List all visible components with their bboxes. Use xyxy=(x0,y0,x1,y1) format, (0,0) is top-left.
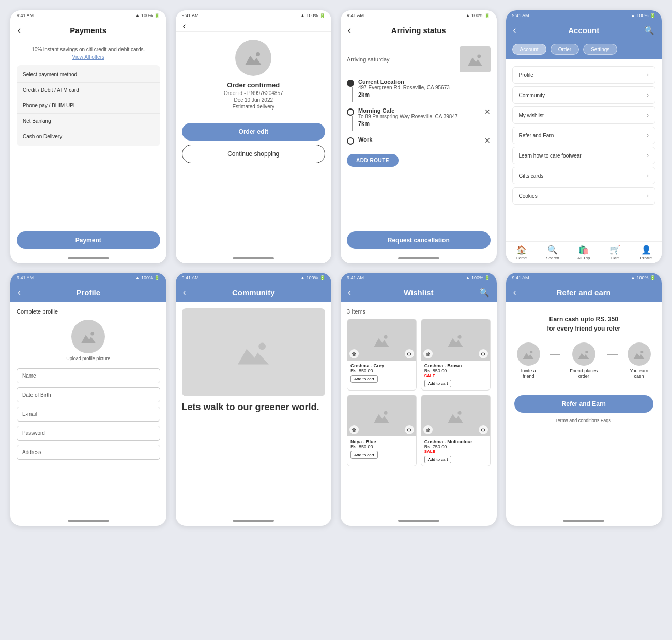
refer-back-arrow[interactable]: ‹ xyxy=(513,287,516,298)
wishlist-grid: 🗑 ⚙ Grishma - Grey Rs. 850.00 Add to car… xyxy=(347,319,491,466)
route-work: Work ✕ xyxy=(347,136,491,145)
payments-footer xyxy=(10,253,166,263)
menu-item-gifts[interactable]: Gifts cards › xyxy=(512,167,656,184)
arriving-back-arrow[interactable]: ‹ xyxy=(348,25,351,36)
add-to-cart-1[interactable]: Add to cart xyxy=(424,380,452,387)
svg-point-6 xyxy=(384,411,388,414)
payment-button[interactable]: Payment xyxy=(17,231,160,249)
wishlist-title: Wishlist xyxy=(404,288,433,297)
wishlist-delete-3[interactable]: 🗑 xyxy=(423,425,433,434)
wishlist-sale-3: SALE xyxy=(424,449,487,454)
order-edit-button[interactable]: Order edit xyxy=(182,123,326,141)
wishlist-share-1[interactable]: ⚙ xyxy=(479,349,488,358)
account-tab-settings[interactable]: Settings xyxy=(583,44,617,55)
nav-alltrip[interactable]: 🛍️ All Trip xyxy=(568,245,599,260)
menu-item-cookies[interactable]: Cookies › xyxy=(512,187,656,205)
wishlist-delete-1[interactable]: 🗑 xyxy=(423,349,433,358)
upload-label[interactable]: Upload profile picture xyxy=(66,356,110,361)
wishlist-name-1: Grishma - Brown xyxy=(424,363,487,368)
profile-avatar-area: Upload profile picture xyxy=(17,320,160,361)
profile-back-arrow[interactable]: ‹ xyxy=(18,287,21,298)
work-remove-button[interactable]: ✕ xyxy=(484,136,491,145)
menu-item-community[interactable]: Community › xyxy=(512,86,656,104)
name-field[interactable]: Name xyxy=(17,368,160,383)
wishlist-img-3: 🗑 ⚙ xyxy=(421,395,490,436)
current-location-dist: 2km xyxy=(358,91,491,98)
account-tab-account[interactable]: Account xyxy=(512,44,546,55)
payments-back-arrow[interactable]: ‹ xyxy=(18,25,21,36)
request-cancellation-button[interactable]: Request cancellation xyxy=(347,231,491,249)
add-to-cart-2[interactable]: Add to cart xyxy=(350,451,378,459)
menu-item-profile[interactable]: Profile › xyxy=(512,66,656,84)
route-current-location: Current Location 497 Evergreen Rd. Rosev… xyxy=(347,79,491,102)
profile-nav-icon: 👤 xyxy=(641,245,651,255)
wishlist-delete-2[interactable]: 🗑 xyxy=(349,425,359,434)
refer-title: Refer and earn xyxy=(557,288,611,297)
account-screen: 9:41 AM ▲ 100% 🔋 ‹ Account 🔍 Account Ord… xyxy=(506,10,662,263)
menu-item-care[interactable]: Learn how to care footwear › xyxy=(512,147,656,164)
account-search-icon[interactable]: 🔍 xyxy=(644,25,654,35)
order-back-arrow[interactable]: ‹ xyxy=(183,21,186,32)
account-back-arrow[interactable]: ‹ xyxy=(513,25,516,36)
community-screen: 9:41 AM ▲ 100% 🔋 ‹ Community Lets walk t… xyxy=(176,273,332,526)
nav-home[interactable]: 🏠 Home xyxy=(506,245,537,260)
menu-item-refer[interactable]: Refer and Earn › xyxy=(512,127,656,144)
account-tab-order[interactable]: Order xyxy=(551,44,579,55)
nav-profile[interactable]: 👤 Profile xyxy=(631,245,662,260)
payment-item-1[interactable]: Credit / Debit / ATM card xyxy=(17,83,160,98)
payment-item-3[interactable]: Net Banking xyxy=(17,114,160,129)
wishlist-price-0: Rs. 850.00 xyxy=(350,368,413,373)
arriving-body: Arriving saturday Current Location 497 E… xyxy=(341,40,497,228)
add-route-button[interactable]: ADD ROUTE xyxy=(347,154,399,167)
wishlist-share-3[interactable]: ⚙ xyxy=(479,425,488,434)
refer-avatar-order xyxy=(572,342,595,366)
wishlist-name-0: Grishma - Grey xyxy=(350,363,413,368)
wishlist-body: 3 Items 🗑 ⚙ Grishma - Grey xyxy=(341,302,497,516)
arriving-status-bar: 9:41 AM ▲ 100% 🔋 xyxy=(341,10,497,21)
care-chevron-icon: › xyxy=(647,152,649,159)
svg-point-0 xyxy=(256,52,260,56)
svg-point-7 xyxy=(458,411,462,414)
refer-connector-1 xyxy=(550,354,560,355)
nav-cart[interactable]: 🛒 Cart xyxy=(599,245,630,260)
add-to-cart-3[interactable]: Add to cart xyxy=(424,456,452,463)
add-to-cart-0[interactable]: Add to cart xyxy=(350,375,378,383)
wishlist-search-icon[interactable]: 🔍 xyxy=(479,288,490,298)
cafe-title: Morning Cafe xyxy=(358,107,480,114)
community-image xyxy=(182,308,326,396)
refer-earn-button[interactable]: Refer and Earn xyxy=(514,395,654,413)
refer-status-bar: 9:41 AM ▲ 100% 🔋 xyxy=(506,273,662,283)
refer-step-invite: Invite afriend xyxy=(517,342,540,379)
account-status-bar: 9:41 AM ▲ 100% 🔋 xyxy=(506,10,662,21)
community-back-arrow[interactable]: ‹ xyxy=(183,287,186,298)
password-field[interactable]: Password xyxy=(17,426,160,441)
profile-chevron-icon: › xyxy=(647,71,649,79)
order-image-placeholder xyxy=(235,40,271,76)
wishlist-delete-0[interactable]: 🗑 xyxy=(349,349,359,358)
wishlist-back-arrow[interactable]: ‹ xyxy=(348,287,351,298)
email-field[interactable]: E-mail xyxy=(17,407,160,422)
payment-item-0[interactable]: Select payment method xyxy=(17,67,160,83)
order-confirmed-screen: 9:41 AM ▲ 100% 🔋 ‹ Order confirmed Order… xyxy=(176,10,332,263)
wishlist-time: 9:41 AM xyxy=(347,275,364,280)
payments-status-bar: 9:41 AM ▲ 100% 🔋 xyxy=(10,10,166,21)
account-body: Profile › Community › My wishlist › Refe… xyxy=(506,59,662,241)
menu-item-wishlist[interactable]: My wishlist › xyxy=(512,106,656,124)
refer-step-order: Friend placesorder xyxy=(570,342,598,379)
payments-view-offers[interactable]: View All offers xyxy=(17,54,160,60)
community-header: ‹ Community xyxy=(176,283,332,302)
payment-item-4[interactable]: Cash on Delivery xyxy=(17,129,160,144)
wishlist-price-3: Rs. 750.00 xyxy=(424,444,487,449)
wishlist-chevron-icon: › xyxy=(647,112,649,119)
cafe-remove-button[interactable]: ✕ xyxy=(484,107,491,116)
payment-item-2[interactable]: Phone pay / BHIM UPI xyxy=(17,98,160,114)
route-work-info: Work xyxy=(358,136,480,143)
wishlist-share-2[interactable]: ⚙ xyxy=(405,425,414,434)
dob-field[interactable]: Date of Birth xyxy=(17,387,160,402)
address-field[interactable]: Address xyxy=(17,445,160,460)
terms-text[interactable]: Terms and conditions Faqs. xyxy=(512,418,656,423)
continue-shopping-button[interactable]: Continue shopping xyxy=(182,145,326,163)
cookies-chevron-icon: › xyxy=(647,192,649,199)
wishlist-share-0[interactable]: ⚙ xyxy=(405,349,414,358)
nav-search[interactable]: 🔍 Search xyxy=(537,245,568,260)
